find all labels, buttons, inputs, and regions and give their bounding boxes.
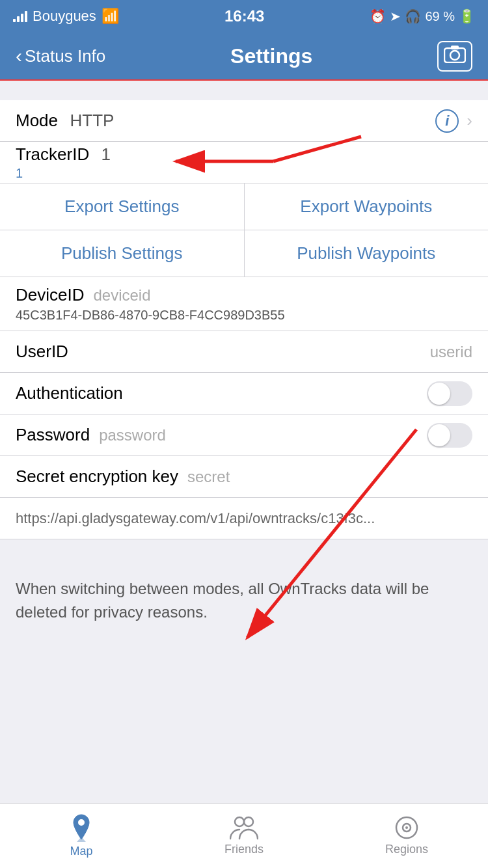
userid-placeholder: userid: [430, 343, 472, 361]
trackerid-sub: 1: [16, 166, 111, 181]
toggle-knob: [428, 383, 450, 405]
alarm-icon: ⏰: [370, 8, 386, 24]
info-button[interactable]: i: [435, 109, 459, 133]
export-row: Export Settings Export Waypoints: [0, 183, 488, 230]
signal-icon: [13, 10, 27, 22]
password-toggle[interactable]: [427, 423, 472, 448]
url-text: https://api.gladysgateway.com/v1/api/own…: [16, 510, 375, 527]
location-icon: ➤: [390, 8, 401, 24]
status-bar-left: Bouygues 📶: [13, 8, 119, 25]
trackerid-label-container: TrackerID 1: [16, 144, 111, 165]
svg-point-8: [78, 819, 85, 826]
authentication-label: Authentication: [16, 383, 123, 403]
time-display: 16:43: [224, 7, 264, 25]
status-bar: Bouygues 📶 16:43 ⏰ ➤ 🎧 69 % 🔋: [0, 0, 488, 33]
secret-label: Secret encryption key: [16, 467, 178, 487]
tab-map[interactable]: Map: [0, 813, 163, 858]
info-icon: i: [445, 113, 449, 129]
svg-rect-2: [451, 46, 459, 49]
chevron-icon: ›: [467, 111, 472, 131]
tab-bar: Map Friends Regions: [0, 803, 488, 868]
map-tab-label: Map: [70, 845, 92, 858]
deviceid-label: DeviceID: [16, 285, 84, 305]
wifi-icon: 📶: [102, 8, 119, 25]
trackerid-row[interactable]: TrackerID 1 1: [0, 142, 488, 183]
mode-controls: i ›: [435, 109, 472, 133]
svg-point-1: [450, 51, 459, 60]
deviceid-row[interactable]: DeviceID deviceid 45C3B1F4-DB86-4870-9CB…: [0, 277, 488, 331]
status-bar-right: ⏰ ➤ 🎧 69 % 🔋: [370, 8, 475, 24]
page-title: Settings: [230, 44, 312, 68]
tab-regions[interactable]: Regions: [325, 815, 488, 856]
password-label: Password: [16, 425, 90, 445]
secret-label-container: Secret encryption key secret: [16, 467, 230, 487]
back-label: Status Info: [25, 46, 105, 66]
camera-button[interactable]: [437, 41, 472, 72]
export-settings-button[interactable]: Export Settings: [0, 183, 245, 230]
password-placeholder: password: [99, 426, 166, 444]
deviceid-placeholder: deviceid: [93, 286, 150, 305]
map-icon: [69, 813, 94, 842]
authentication-toggle[interactable]: [427, 381, 472, 406]
deviceid-value: 45C3B1F4-DB86-4870-9CB8-F4CC989D3B55: [16, 308, 285, 323]
authentication-row[interactable]: Authentication: [0, 373, 488, 414]
app-container: Bouygues 📶 16:43 ⏰ ➤ 🎧 69 % 🔋 ‹ Status I…: [0, 0, 488, 714]
regions-icon: [394, 815, 419, 840]
friends-icon: [230, 815, 258, 840]
back-arrow-icon: ‹: [16, 45, 22, 67]
tab-bar-spacer: [0, 642, 488, 714]
password-label-container: Password password: [16, 425, 166, 445]
userid-label: UserID: [16, 342, 68, 362]
trackerid-label: TrackerID: [16, 144, 89, 164]
password-toggle-knob: [428, 424, 450, 446]
battery-icon: 🔋: [459, 8, 475, 24]
mode-row[interactable]: Mode HTTP i ›: [0, 100, 488, 142]
description-text: When switching between modes, all OwnTra…: [0, 559, 488, 642]
svg-point-10: [244, 817, 253, 826]
publish-row: Publish Settings Publish Waypoints: [0, 230, 488, 277]
tab-friends[interactable]: Friends: [163, 815, 325, 856]
mode-label: Mode: [16, 111, 58, 130]
deviceid-label-container: DeviceID deviceid: [16, 285, 151, 305]
svg-point-9: [235, 817, 244, 826]
mode-label-container: Mode HTTP: [16, 111, 114, 131]
secret-placeholder: secret: [187, 468, 230, 486]
friends-tab-label: Friends: [224, 843, 264, 856]
userid-row[interactable]: UserID userid: [0, 331, 488, 373]
carrier-label: Bouygues: [33, 8, 96, 25]
publish-waypoints-button[interactable]: Publish Waypoints: [245, 230, 489, 277]
export-waypoints-button[interactable]: Export Waypoints: [245, 183, 489, 230]
regions-tab-label: Regions: [385, 843, 428, 856]
mode-value: HTTP: [70, 111, 115, 130]
secret-key-row[interactable]: Secret encryption key secret: [0, 456, 488, 498]
svg-point-13: [405, 826, 408, 829]
content-area: Mode HTTP i › TrackerID 1 1: [0, 81, 488, 714]
url-row[interactable]: https://api.gladysgateway.com/v1/api/own…: [0, 498, 488, 539]
password-row[interactable]: Password password: [0, 414, 488, 456]
publish-settings-button[interactable]: Publish Settings: [0, 230, 245, 277]
nav-bar: ‹ Status Info Settings: [0, 33, 488, 81]
trackerid-left: TrackerID 1 1: [16, 144, 111, 181]
battery-label: 69 %: [425, 9, 455, 24]
back-button[interactable]: ‹ Status Info: [16, 45, 105, 67]
trackerid-value: 1: [102, 144, 111, 164]
headphones-icon: 🎧: [405, 8, 421, 24]
mode-section: Mode HTTP i › TrackerID 1 1: [0, 100, 488, 539]
